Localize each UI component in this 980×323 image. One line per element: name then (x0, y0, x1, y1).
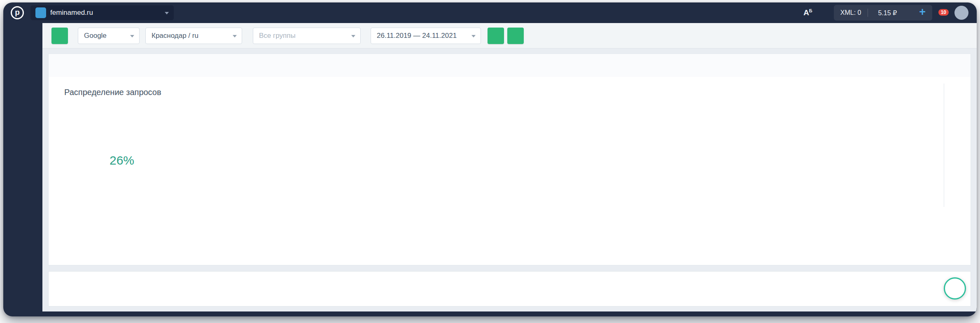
donut-hole: 26% (91, 130, 152, 191)
stats-row (48, 271, 971, 307)
donut-chart[interactable]: 26% (70, 109, 174, 212)
date-range-value: 26.11.2019 — 24.11.2021 (377, 32, 457, 40)
billing-pill: XML: 0 5.15 ₽ + (834, 5, 932, 21)
search-engine-select[interactable]: Google (78, 28, 140, 44)
donut-section: Распределение запросов 26% (49, 77, 213, 265)
stacked-bar-chart (216, 84, 944, 207)
balance[interactable]: 5.15 ₽ (875, 9, 897, 17)
stacked-bar-section (213, 77, 971, 265)
project-name: feminamed.ru (50, 9, 93, 17)
app-window: p feminamed.ru АБ XML: 0 5.15 ₽ + (3, 2, 977, 316)
chevron-down-icon (165, 12, 169, 16)
date-range-select[interactable]: 26.11.2019 — 24.11.2021 (371, 28, 481, 44)
ab-test-icon[interactable]: АБ (803, 8, 812, 17)
body: Google Краснодар / ru Все группы 26.11.2… (3, 23, 977, 316)
donut-center-label: 26% (110, 153, 134, 167)
divider (868, 9, 868, 17)
toolbar: Google Краснодар / ru Все группы 26.11.2… (42, 23, 977, 49)
topbar: p feminamed.ru АБ XML: 0 5.15 ₽ + (3, 2, 977, 23)
xml-limits[interactable]: XML: 0 (840, 9, 861, 16)
region-value: Краснодар / ru (152, 32, 198, 40)
chart-tabs (49, 54, 971, 77)
groups-placeholder: Все группы (259, 32, 296, 40)
notifications-badge: 10 (938, 9, 949, 16)
main-content: Google Краснодар / ru Все группы 26.11.2… (42, 23, 977, 311)
region-select[interactable]: Краснодар / ru (145, 28, 242, 44)
refresh-button[interactable] (51, 28, 68, 44)
chart-row: Распределение запросов 26% (49, 77, 971, 265)
screen: p feminamed.ru АБ XML: 0 5.15 ₽ + (0, 0, 980, 323)
project-selector[interactable]: feminamed.ru (30, 5, 174, 20)
groups-select[interactable]: Все группы (253, 28, 361, 44)
logo-icon: p (11, 6, 24, 19)
search-engine-value: Google (84, 32, 107, 40)
sidebar (3, 23, 42, 316)
chart-settings-button[interactable] (488, 28, 504, 44)
balance-amount: 5.15 ₽ (878, 9, 897, 17)
add-funds-button[interactable]: + (919, 7, 926, 19)
export-button[interactable] (507, 28, 524, 44)
topbar-right: АБ XML: 0 5.15 ₽ + 10 (803, 5, 968, 21)
chart-title: Распределение запросов (64, 88, 213, 97)
avatar[interactable] (954, 6, 968, 20)
project-icon (35, 7, 46, 18)
topvisor-logo[interactable]: p (10, 5, 25, 20)
scroll-top-button[interactable] (944, 277, 966, 300)
chart-panel: Распределение запросов 26% (48, 53, 971, 265)
